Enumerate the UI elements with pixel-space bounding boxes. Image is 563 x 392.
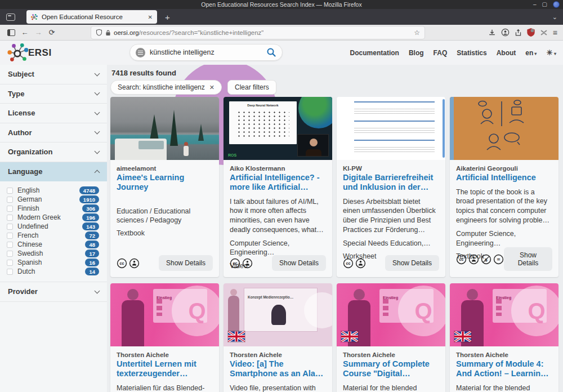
result-card[interactable]: KI-PW Digitale Barrierefreiheit und Inkl…	[337, 97, 445, 277]
checkbox[interactable]	[7, 242, 13, 248]
show-details-button[interactable]: Show Details	[272, 255, 326, 271]
back-button[interactable]: ←	[18, 28, 32, 37]
card-title[interactable]: Video: [a] The Smartphone as an Alarm Ma…	[230, 359, 326, 378]
card-title[interactable]: Artificial Intelligence? - more like Art…	[230, 173, 326, 192]
card-title[interactable]: Untertitel Lernen mit texterzeugender…	[117, 359, 213, 378]
checkbox[interactable]	[7, 260, 13, 266]
site-search-bar[interactable]	[129, 44, 283, 61]
checkbox[interactable]	[7, 197, 13, 203]
tree-shape	[170, 110, 178, 146]
account-icon[interactable]	[501, 28, 510, 37]
firefox-view-icon[interactable]	[6, 14, 15, 21]
browser-tab[interactable]: Open Educational Resource ✕	[26, 10, 157, 24]
nav-statistics[interactable]: Statistics	[457, 49, 486, 57]
license-icons[interactable]: cc	[117, 258, 140, 269]
result-card[interactable]: Aikaterini Georgouli Artificial Intellig…	[450, 97, 558, 277]
extensions-icon[interactable]	[540, 29, 548, 37]
language-option-german[interactable]: German1910	[7, 195, 99, 204]
card-title[interactable]: Artificial Intelligence	[456, 173, 552, 182]
show-details-button[interactable]: Show Details	[385, 255, 439, 271]
result-card[interactable]: aimeelamont Aimee's Learning Journey Edu…	[110, 97, 219, 277]
language-option-english[interactable]: English4748	[7, 186, 99, 195]
forward-button[interactable]: →	[32, 28, 45, 37]
card-title[interactable]: Digitale Barrierefreiheit und Inklusion …	[343, 173, 439, 192]
tab-close-icon[interactable]: ✕	[148, 14, 153, 20]
language-option-modern-greek[interactable]: Modern Greek196	[7, 213, 99, 222]
card-title[interactable]: Summary of Module 4: And Action! – Learn…	[456, 359, 552, 378]
downloads-icon[interactable]	[488, 29, 496, 37]
card-title[interactable]: Summary of Complete Course "Digital Lear…	[343, 359, 439, 378]
new-tab-button[interactable]: +	[165, 12, 170, 22]
language-option-swedish[interactable]: Swedish17	[7, 249, 99, 258]
tracking-shield-icon[interactable]	[96, 29, 102, 36]
reload-button[interactable]: ⟳	[45, 28, 59, 37]
bookmark-star-icon[interactable]: ☆	[414, 29, 420, 37]
app-menu-icon[interactable]: ≡	[553, 28, 557, 37]
slide-title: Einstieg	[157, 296, 172, 300]
minimize-button[interactable]: –	[533, 2, 537, 7]
card-title[interactable]: Aimee's Learning Journey	[117, 173, 213, 192]
filter-provider[interactable]: Provider	[0, 282, 107, 302]
sidebar-toggle-icon[interactable]	[7, 29, 15, 36]
result-card[interactable]: Konzept Medienrezeptio… Thorsten Aichele…	[224, 283, 332, 392]
close-button[interactable]	[553, 1, 560, 8]
chevron-down-icon	[95, 90, 100, 96]
language-option-spanish[interactable]: Spanish16	[7, 258, 99, 267]
filter-author[interactable]: Author	[0, 123, 107, 143]
nav-blog[interactable]: Blog	[409, 49, 424, 57]
nav-faq[interactable]: FAQ	[434, 49, 448, 57]
checkbox[interactable]	[7, 224, 13, 230]
result-card[interactable]: Deep Neural Network ROS Aiko Klostermann…	[224, 97, 332, 277]
oersi-logo[interactable]: ERSI	[7, 42, 52, 64]
language-label: French	[17, 231, 38, 239]
remove-filter-icon[interactable]: ✕	[209, 84, 215, 91]
theme-toggle[interactable]: ☀▾	[546, 48, 556, 57]
adblock-extension-icon[interactable]	[527, 28, 535, 37]
language-option-chinese[interactable]: Chinese48	[7, 240, 99, 249]
filter-subject[interactable]: Subject	[0, 65, 107, 84]
checkbox[interactable]	[7, 188, 13, 194]
checkbox[interactable]	[7, 269, 13, 275]
cc-by-icon	[355, 258, 366, 269]
show-details-button[interactable]: Show Details	[504, 247, 552, 271]
language-option-undefined[interactable]: Undefined143	[7, 222, 99, 231]
count-badge: 1910	[79, 195, 99, 203]
language-option-finnish[interactable]: Finnish306	[7, 204, 99, 213]
checkbox[interactable]	[7, 215, 13, 221]
count-badge: 16	[85, 259, 99, 266]
card-subject: Computer Science, Engineering…	[230, 239, 326, 257]
checkbox[interactable]	[7, 206, 13, 212]
checkbox[interactable]	[7, 233, 13, 239]
filter-type[interactable]: Type	[0, 84, 107, 104]
person-shape	[184, 146, 189, 156]
nav-documentation[interactable]: Documentation	[350, 49, 399, 57]
cc-nc-icon: $	[481, 254, 491, 265]
nav-about[interactable]: About	[497, 49, 516, 57]
filter-license-label: License	[8, 109, 35, 117]
share-icon[interactable]	[515, 29, 522, 37]
chevron-up-icon	[95, 170, 100, 176]
filter-organization[interactable]: Organization	[0, 142, 107, 162]
search-filter-chip[interactable]: Search: künstliche intelligenz✕	[110, 80, 222, 95]
license-icons[interactable]: cc	[343, 258, 366, 269]
language-option-french[interactable]: French72	[7, 231, 99, 240]
language-option-dutch[interactable]: Dutch14	[7, 267, 99, 276]
filter-license[interactable]: License	[0, 104, 107, 123]
filter-language[interactable]: Language	[0, 162, 107, 182]
filter-icon[interactable]	[136, 48, 145, 57]
maximize-button[interactable]: ▢	[542, 2, 547, 7]
license-icons[interactable]: cc $ =	[456, 254, 504, 265]
result-card[interactable]: Einstieg Q Thorsten Aichele Summary of C…	[337, 283, 445, 392]
language-menu[interactable]: en▾	[525, 49, 537, 57]
checkbox[interactable]	[7, 251, 13, 257]
language-label: Undefined	[17, 222, 48, 230]
list-all-tabs-icon[interactable]: ⌄	[552, 14, 557, 21]
clear-filters-button[interactable]: Clear filters	[227, 80, 276, 95]
search-input[interactable]	[150, 48, 262, 56]
search-icon[interactable]	[266, 47, 276, 57]
result-card[interactable]: Einstieg Q Thorsten Aichele Summary of M…	[450, 283, 558, 392]
show-details-button[interactable]: Show Details	[159, 255, 213, 271]
url-bar[interactable]: oersi.org/resources/?search="künstliche+…	[91, 26, 425, 39]
result-card[interactable]: Einstieg Q Thorsten Aichele Untertitel L…	[110, 283, 219, 392]
license-icons[interactable]: cc	[230, 258, 253, 269]
